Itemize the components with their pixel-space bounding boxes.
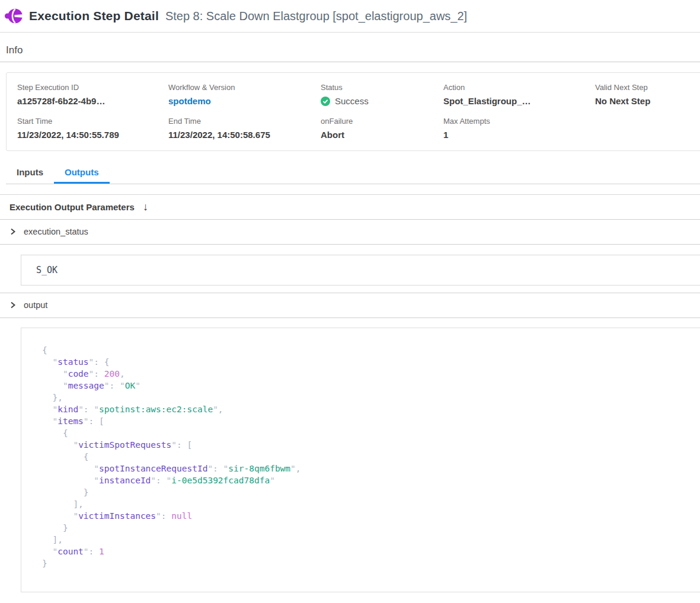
info-field-label: Max Attempts <box>443 117 595 126</box>
info-field-workflow-version: Workflow & Versionspotdemo <box>168 83 321 106</box>
chevron-right-icon <box>9 228 16 235</box>
info-card: Step Execution IDa125728f-6b22-4b9…Workf… <box>6 72 700 151</box>
code-line: "items": [ <box>42 415 691 427</box>
execution-status-value-box: S_OK <box>21 255 700 286</box>
info-field-value: No Next Step <box>595 96 700 106</box>
info-field-valid-next-step: Valid Next StepNo Next Step <box>595 83 700 106</box>
output-json-code: { "status": { "code": 200, "message": "O… <box>42 344 691 569</box>
code-line: { <box>42 344 691 356</box>
code-line: ], <box>42 498 691 510</box>
code-line: "status": { <box>42 356 691 368</box>
page-header: Execution Step Detail Step 8: Scale Down… <box>0 0 700 33</box>
spot-logo-icon <box>5 8 23 24</box>
info-field-label: onFailure <box>321 117 443 126</box>
code-line: } <box>42 522 691 534</box>
info-field-value: Spot_Elastigroup_… <box>443 96 595 106</box>
code-line: "victimInstances": null <box>42 510 691 522</box>
code-line: } <box>42 486 691 498</box>
code-line: "message": "OK" <box>42 380 691 392</box>
info-field-value: a125728f-6b22-4b9… <box>17 96 168 106</box>
param-name-output: output <box>24 300 47 310</box>
tab-outputs[interactable]: Outputs <box>54 164 110 184</box>
param-name-execution-status: execution_status <box>24 227 88 236</box>
execution-step-detail-page: Execution Step Detail Step 8: Scale Down… <box>0 0 700 592</box>
info-field-end-time: End Time11/23/2022, 14:50:58.675 <box>168 117 321 140</box>
info-field-start-time: Start Time11/23/2022, 14:50:55.789 <box>17 117 168 140</box>
code-line: "code": 200, <box>42 368 691 380</box>
output-parameters-header: Execution Output Parameters ↓ <box>0 194 700 220</box>
info-field-label: End Time <box>168 117 321 126</box>
code-line: }, <box>42 392 691 403</box>
workflow-link[interactable]: spotdemo <box>168 96 211 106</box>
info-field-value: 1 <box>443 130 595 140</box>
info-field-status: StatusSuccess <box>321 83 443 106</box>
info-field-label: Step Execution ID <box>17 83 168 92</box>
tab-bar: InputsOutputs <box>6 164 700 184</box>
code-line: "spotInstanceRequestId": "sir-8qm6fbwm", <box>42 463 691 474</box>
code-line: } <box>42 557 691 569</box>
info-field-label: Start Time <box>17 117 168 126</box>
param-row-execution-status[interactable]: execution_status <box>0 220 700 245</box>
output-parameters-title: Execution Output Parameters <box>9 202 135 212</box>
code-line: "victimSpotRequests": [ <box>42 439 691 451</box>
info-field-action: ActionSpot_Elastigroup_… <box>443 83 595 106</box>
info-field-value: 11/23/2022, 14:50:58.675 <box>168 130 321 140</box>
info-field-max-attempts: Max Attempts1 <box>443 117 595 140</box>
info-field-value: spotdemo <box>168 96 321 106</box>
code-line: "count": 1 <box>42 546 691 557</box>
code-line: { <box>42 427 691 439</box>
success-check-icon <box>321 97 330 106</box>
chevron-right-icon <box>9 302 16 309</box>
info-field-label: Status <box>321 83 443 92</box>
tab-inputs[interactable]: Inputs <box>6 164 54 184</box>
info-field-label: Valid Next Step <box>595 83 700 92</box>
info-field-onfailure: onFailureAbort <box>321 117 443 140</box>
status-text: Success <box>335 96 369 106</box>
info-field-label: Workflow & Version <box>168 83 321 92</box>
code-line: "instanceId": "i-0e5d5392fcad78dfa" <box>42 474 691 486</box>
param-row-output[interactable]: output <box>0 293 700 318</box>
code-line: "kind": "spotinst:aws:ec2:scale", <box>42 403 691 415</box>
info-field-step-execution-id: Step Execution IDa125728f-6b22-4b9… <box>17 83 168 106</box>
info-field-value: 11/23/2022, 14:50:55.789 <box>17 130 168 140</box>
execution-status-value: S_OK <box>36 265 57 275</box>
page-subtitle: Step 8: Scale Down Elastgroup [spot_elas… <box>165 9 467 23</box>
code-line: ], <box>42 534 691 546</box>
info-field-label: Action <box>443 83 595 92</box>
output-json-box: { "status": { "code": 200, "message": "O… <box>21 328 700 592</box>
arrow-down-icon[interactable]: ↓ <box>143 201 148 212</box>
info-field-value: Success <box>321 96 443 106</box>
code-line: { <box>42 451 691 463</box>
page-title: Execution Step Detail <box>29 9 159 23</box>
info-field-value: Abort <box>321 130 443 140</box>
info-section-header: Info <box>0 33 700 62</box>
info-heading: Info <box>6 44 694 56</box>
